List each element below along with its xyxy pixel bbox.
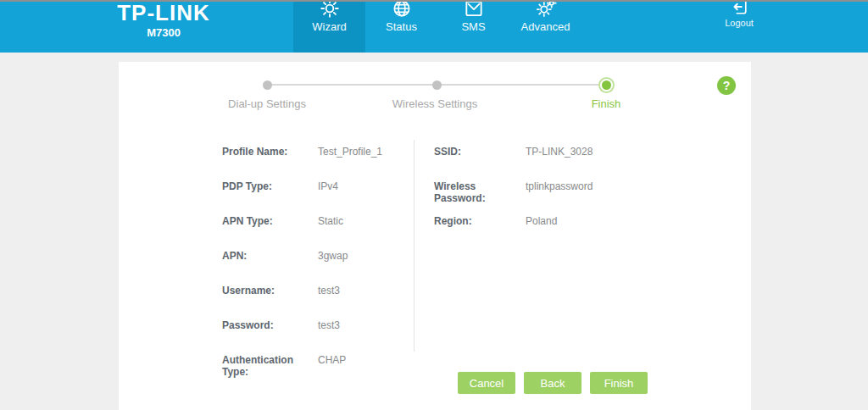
field-label: Profile Name: xyxy=(222,146,318,158)
field-label: Wireless Password: xyxy=(434,180,526,204)
cancel-button[interactable]: Cancel xyxy=(458,372,515,394)
field-label: PDP Type: xyxy=(222,180,318,192)
field-label: SSID: xyxy=(434,146,526,158)
summary-row: Wireless Password:tplinkpassword xyxy=(434,180,629,215)
brand-model: M7300 xyxy=(113,26,214,39)
summary-row: Region:Poland xyxy=(434,215,629,250)
brand-logo: TP-LINK M7300 xyxy=(113,2,214,39)
top-navigation-bar: TP-LINK M7300 Wizard Status xyxy=(0,2,868,53)
tab-advanced-label: Advanced xyxy=(521,20,570,33)
field-value: IPv4 xyxy=(318,180,338,192)
step-label-dialup: Dial-up Settings xyxy=(199,97,335,110)
summary-row: SSID:TP-LINK_3028 xyxy=(434,146,629,180)
summary-row: Password:test3 xyxy=(222,319,409,354)
field-value: TP-LINK_3028 xyxy=(526,146,593,158)
field-value: Static xyxy=(318,215,343,227)
main-nav: Wizard Status SMS xyxy=(293,2,581,53)
gear-icon xyxy=(319,2,341,19)
envelope-icon xyxy=(463,2,485,19)
window-top-edge xyxy=(0,0,868,2)
logout-icon xyxy=(730,2,748,16)
summary-row: PDP Type:IPv4 xyxy=(222,180,409,215)
globe-icon xyxy=(391,2,413,19)
field-label: Authentication Type: xyxy=(222,354,318,378)
tab-sms-label: SMS xyxy=(461,20,485,33)
summary-row: Authentication Type:CHAP xyxy=(222,354,409,389)
step-label-wireless: Wireless Settings xyxy=(367,97,503,110)
summary-row: Profile Name:Test_Profile_1 xyxy=(222,146,409,180)
wizard-finish-panel: ? Dial-up Settings Wireless Settings Fin… xyxy=(119,62,751,410)
tab-sms[interactable]: SMS xyxy=(437,2,509,53)
step-label-finish: Finish xyxy=(538,97,674,110)
summary-row: APN Type:Static xyxy=(222,215,409,250)
field-label: APN: xyxy=(222,250,318,262)
gears-icon xyxy=(535,2,557,19)
step-dot-wireless xyxy=(432,80,442,90)
back-button[interactable]: Back xyxy=(524,372,581,394)
wizard-actions: Cancel Back Finish xyxy=(458,372,648,394)
column-divider xyxy=(414,140,415,352)
field-value: test3 xyxy=(318,285,340,296)
tab-status-label: Status xyxy=(386,20,417,33)
step-dot-finish-current xyxy=(602,80,611,90)
logout-label: Logout xyxy=(725,18,754,28)
field-label: APN Type: xyxy=(222,215,318,227)
logout-button[interactable]: Logout xyxy=(714,2,765,53)
field-label: Password: xyxy=(222,319,318,331)
brand-name: TP-LINK xyxy=(113,2,214,24)
tab-wizard[interactable]: Wizard xyxy=(293,2,365,53)
field-value: CHAP xyxy=(318,354,346,366)
tab-advanced[interactable]: Advanced xyxy=(509,2,581,53)
finish-button[interactable]: Finish xyxy=(590,372,648,394)
field-value: 3gwap xyxy=(318,250,348,262)
tab-wizard-label: Wizard xyxy=(312,20,346,33)
field-value: Test_Profile_1 xyxy=(318,146,382,158)
field-value: test3 xyxy=(318,319,340,331)
field-value: Poland xyxy=(526,215,557,227)
tab-status[interactable]: Status xyxy=(365,2,437,53)
summary-column-wireless: SSID:TP-LINK_3028 Wireless Password:tpli… xyxy=(434,146,629,250)
field-label: Username: xyxy=(222,285,318,296)
summary-row: Username:test3 xyxy=(222,285,409,319)
step-dot-dialup xyxy=(263,80,272,90)
summary-row: APN:3gwap xyxy=(222,250,409,285)
field-value: tplinkpassword xyxy=(526,180,593,192)
summary-column-dialup: Profile Name:Test_Profile_1 PDP Type:IPv… xyxy=(222,146,409,389)
field-label: Region: xyxy=(434,215,526,227)
help-icon[interactable]: ? xyxy=(717,76,736,95)
